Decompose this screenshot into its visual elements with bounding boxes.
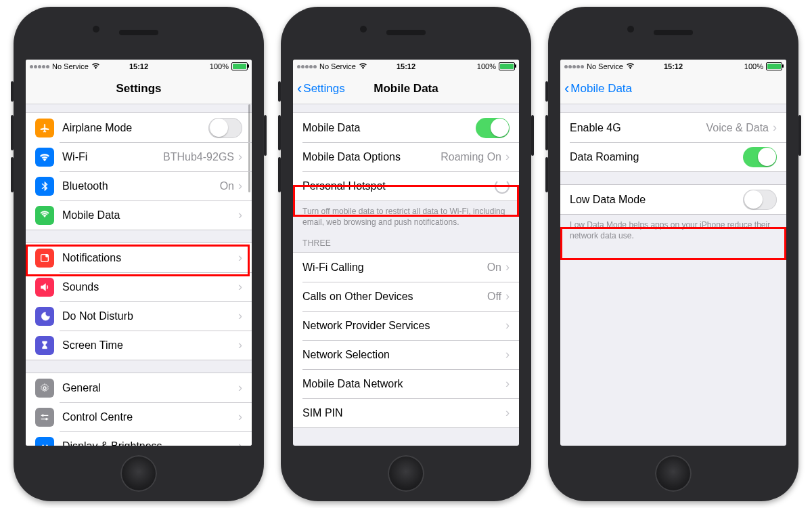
row-mobile-data-options[interactable]: Mobile Data Options Roaming On ›: [293, 142, 519, 171]
svg-point-3: [42, 415, 44, 417]
row-label: Mobile Data: [302, 122, 476, 134]
chevron-right-icon: ›: [238, 150, 242, 164]
carrier-label: No Service: [319, 62, 356, 70]
row-label: Wi-Fi Calling: [302, 261, 487, 274]
row-label: Screen Time: [62, 339, 238, 352]
row-label: Display & Brightness: [62, 440, 238, 446]
wifi-icon: [626, 62, 635, 70]
svg-point-4: [45, 418, 47, 420]
home-button[interactable]: [120, 455, 157, 492]
home-button[interactable]: [388, 455, 424, 492]
row-screen-time[interactable]: Screen Time ›: [26, 331, 252, 360]
battery-icon: [499, 62, 515, 70]
row-label: General: [62, 382, 238, 394]
notifications-icon: [35, 249, 54, 268]
chevron-right-icon: ›: [505, 347, 510, 362]
row-value: On: [487, 261, 501, 274]
chevron-right-icon: ›: [505, 377, 510, 391]
loading-spinner-icon: [495, 179, 510, 194]
chevron-right-icon: ›: [238, 280, 242, 294]
airplane-toggle[interactable]: [208, 118, 242, 138]
row-value: Off: [487, 291, 501, 303]
row-airplane-mode[interactable]: Airplane Mode: [26, 113, 252, 142]
wifi-icon: [35, 148, 54, 167]
row-label: Control Centre: [62, 411, 238, 423]
display-icon: AA: [35, 437, 54, 446]
status-time: 15:12: [397, 62, 415, 70]
chevron-right-icon: ›: [773, 121, 777, 135]
carrier-label: No Service: [587, 62, 623, 70]
row-label: SIM PIN: [302, 407, 505, 419]
row-wifi-calling[interactable]: Wi-Fi Calling On ›: [293, 253, 519, 282]
iphone-frame-1: No Service 15:12 100% Settings Airplane …: [14, 7, 264, 501]
back-label: Settings: [303, 82, 344, 96]
row-display-brightness[interactable]: AA Display & Brightness ›: [26, 431, 252, 446]
chevron-right-icon: ›: [238, 251, 242, 265]
row-label: Calls on Other Devices: [302, 291, 487, 303]
wifi-icon: [91, 62, 100, 70]
status-bar: No Service 15:12 100%: [560, 60, 786, 74]
chevron-right-icon: ›: [238, 410, 242, 424]
row-label: Notifications: [62, 252, 238, 264]
chevron-right-icon: ›: [505, 289, 510, 303]
home-button[interactable]: [655, 455, 692, 492]
chevron-right-icon: ›: [505, 406, 510, 420]
row-label: Network Selection: [302, 349, 505, 361]
svg-text:AA: AA: [41, 444, 49, 446]
row-control-centre[interactable]: Control Centre ›: [26, 402, 252, 431]
screen-settings: No Service 15:12 100% Settings Airplane …: [26, 60, 252, 446]
row-calls-other-devices[interactable]: Calls on Other Devices Off ›: [293, 282, 519, 311]
row-mobile-data[interactable]: Mobile Data ›: [26, 200, 252, 230]
chevron-right-icon: ›: [238, 439, 242, 446]
row-label: Bluetooth: [62, 180, 220, 192]
status-bar: No Service 15:12 100%: [293, 60, 519, 74]
back-button[interactable]: ‹ Settings: [297, 81, 345, 96]
row-mobile-data-toggle[interactable]: Mobile Data: [293, 113, 519, 142]
row-notifications[interactable]: Notifications ›: [26, 243, 252, 272]
row-label: Data Roaming: [570, 151, 743, 163]
chevron-right-icon: ›: [238, 208, 242, 222]
row-data-roaming[interactable]: Data Roaming: [560, 142, 786, 171]
row-general[interactable]: General ›: [26, 373, 252, 402]
row-value: Roaming On: [441, 151, 501, 163]
battery-icon: [231, 62, 248, 70]
row-label: Mobile Data: [62, 209, 238, 221]
row-bluetooth[interactable]: Bluetooth On ›: [26, 171, 252, 200]
wifi-icon: [359, 62, 367, 70]
signal-dots-icon: [30, 65, 49, 68]
row-label: Enable 4G: [570, 122, 706, 134]
chevron-right-icon: ›: [238, 179, 242, 193]
mobile-data-toggle[interactable]: [476, 118, 510, 138]
row-network-selection[interactable]: Network Selection ›: [293, 340, 519, 369]
page-title: Mobile Data: [374, 82, 438, 96]
nav-bar: ‹ Mobile Data: [560, 74, 786, 104]
back-label: Mobile Data: [570, 82, 632, 96]
row-low-data-mode[interactable]: Low Data Mode: [560, 185, 786, 214]
chevron-right-icon: ›: [238, 309, 242, 323]
row-mobile-data-network[interactable]: Mobile Data Network ›: [293, 369, 519, 398]
data-roaming-toggle[interactable]: [743, 147, 777, 167]
battery-icon: [766, 62, 782, 70]
back-button[interactable]: ‹ Mobile Data: [564, 81, 632, 96]
chevron-left-icon: ‹: [297, 81, 302, 96]
row-enable-4g[interactable]: Enable 4G Voice & Data ›: [560, 113, 786, 142]
row-do-not-disturb[interactable]: Do Not Disturb ›: [26, 301, 252, 331]
row-wifi[interactable]: Wi-Fi BTHub4-92GS ›: [26, 142, 252, 171]
row-sim-pin[interactable]: SIM PIN ›: [293, 398, 519, 427]
battery-pct: 100%: [210, 62, 229, 70]
low-data-mode-toggle[interactable]: [743, 190, 777, 210]
section-header-three: THREE: [293, 228, 519, 252]
signal-dots-icon: [297, 65, 317, 68]
gear-icon: [35, 379, 54, 398]
row-network-provider-services[interactable]: Network Provider Services ›: [293, 311, 519, 340]
footer-note: Turn off mobile data to restrict all dat…: [293, 201, 519, 228]
sounds-icon: [35, 278, 54, 297]
row-label: Do Not Disturb: [62, 310, 238, 322]
row-label: Mobile Data Options: [302, 151, 441, 163]
section-header-mobile-data: MOBILE DATA: [293, 428, 519, 446]
row-label: Sounds: [62, 281, 238, 293]
row-sounds[interactable]: Sounds ›: [26, 272, 252, 301]
row-personal-hotspot[interactable]: Personal Hotspot: [293, 171, 519, 200]
iphone-frame-3: No Service 15:12 100% ‹ Mobile Data Enab…: [548, 7, 798, 501]
row-label: Personal Hotspot: [302, 180, 495, 192]
